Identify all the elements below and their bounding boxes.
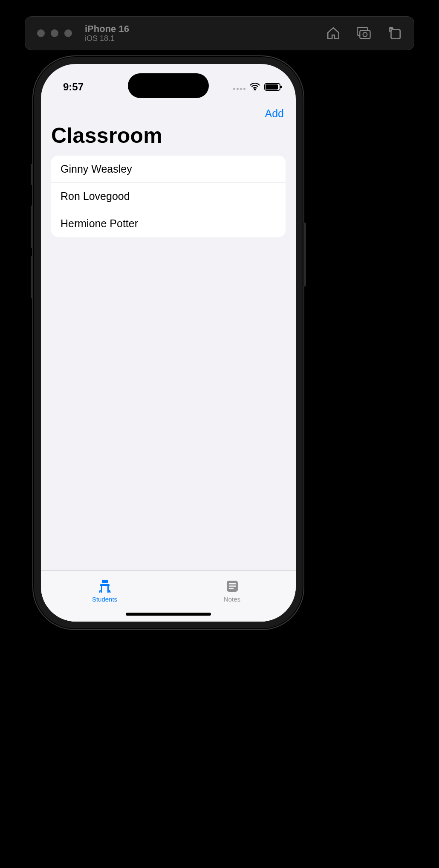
list-item[interactable]: Hermione Potter: [51, 210, 286, 237]
zoom-window-button[interactable]: [64, 29, 72, 37]
notes-icon: [223, 579, 241, 595]
svg-rect-11: [109, 590, 111, 593]
simulator-actions: [326, 26, 402, 41]
tab-students[interactable]: Students: [41, 571, 168, 610]
svg-rect-7: [100, 584, 110, 586]
students-chair-icon: [96, 579, 114, 595]
nav-bar: Add: [41, 101, 296, 120]
status-time: 9:57: [63, 81, 84, 93]
svg-rect-9: [107, 586, 109, 593]
simulator-device-name: iPhone 16: [85, 23, 129, 34]
cellular-icon: [233, 84, 245, 90]
close-window-button[interactable]: [37, 29, 45, 37]
rotate-icon[interactable]: [387, 26, 402, 41]
list-item[interactable]: Ginny Weasley: [51, 156, 286, 183]
simulator-title-block: iPhone 16 iOS 18.1: [85, 23, 129, 43]
students-list: Ginny Weasley Ron Lovegood Hermione Pott…: [51, 156, 286, 237]
side-button: [303, 223, 306, 286]
phone-screen: 9:57 Add Classroom Ginny Weasley Ron Lov…: [41, 64, 296, 622]
add-button[interactable]: Add: [265, 107, 284, 120]
wifi-icon: [250, 81, 260, 93]
svg-rect-14: [229, 585, 236, 587]
screenshot-icon[interactable]: [357, 26, 371, 41]
page-title: Classroom: [41, 120, 296, 156]
simulator-os-version: iOS 18.1: [85, 34, 129, 43]
window-controls[interactable]: [37, 29, 72, 37]
tab-students-label: Students: [92, 596, 117, 603]
svg-rect-10: [99, 590, 101, 593]
content-area: [41, 237, 296, 570]
svg-rect-15: [229, 588, 234, 589]
student-name: Hermione Potter: [61, 217, 138, 229]
tab-notes[interactable]: Notes: [168, 571, 296, 610]
volume-up-button: [31, 205, 33, 248]
dynamic-island: [128, 73, 209, 98]
svg-rect-6: [102, 580, 108, 583]
home-icon[interactable]: [326, 26, 341, 41]
svg-rect-3: [391, 30, 400, 39]
mute-switch: [31, 164, 33, 185]
phone-frame: 9:57 Add Classroom Ginny Weasley Ron Lov…: [32, 55, 304, 630]
home-indicator[interactable]: [126, 613, 211, 616]
student-name: Ron Lovegood: [61, 190, 130, 202]
simulator-toolbar: iPhone 16 iOS 18.1: [25, 16, 414, 50]
student-name: Ginny Weasley: [61, 163, 132, 175]
svg-rect-1: [360, 31, 370, 38]
tab-notes-label: Notes: [224, 596, 240, 603]
status-indicators: [233, 81, 280, 93]
minimize-window-button[interactable]: [51, 29, 58, 37]
volume-down-button: [31, 256, 33, 298]
battery-icon: [264, 83, 280, 91]
svg-rect-13: [229, 583, 236, 584]
list-item[interactable]: Ron Lovegood: [51, 183, 286, 210]
svg-rect-8: [101, 586, 102, 593]
svg-point-5: [254, 88, 256, 90]
